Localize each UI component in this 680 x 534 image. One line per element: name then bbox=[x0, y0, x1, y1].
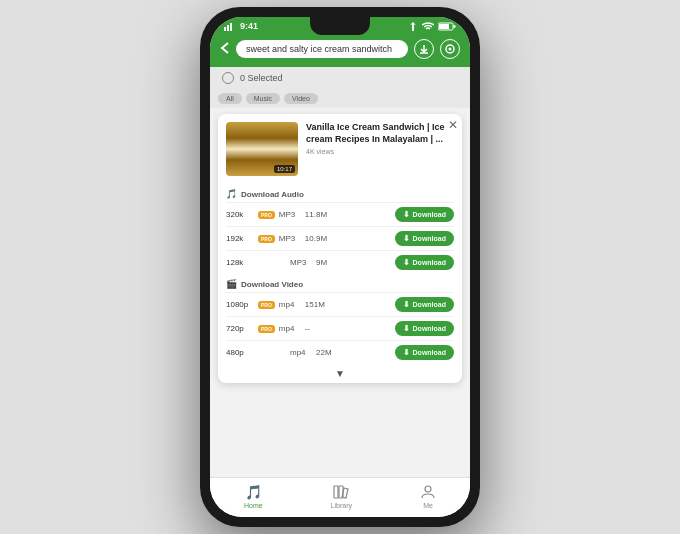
download-icon-btn[interactable] bbox=[414, 39, 434, 59]
format-mp4-2: mp4 bbox=[279, 324, 301, 333]
dl-arrow-icon-v3: ⬇ bbox=[403, 348, 410, 357]
content-area: All Music Video 10:17 Vanilla Ice Cream … bbox=[210, 89, 470, 477]
audio-section-label: Download Audio bbox=[241, 190, 304, 199]
download-btn-audio-1[interactable]: ⬇ Download bbox=[395, 207, 454, 222]
video-row-720p: 720p PRO mp4 -- ⬇ Download bbox=[226, 316, 454, 340]
video-header: 10:17 Vanilla Ice Cream Sandwich | Ice c… bbox=[218, 114, 462, 184]
video-views: 4K views bbox=[306, 148, 454, 155]
svg-rect-6 bbox=[439, 24, 449, 29]
quality-480p: 480p bbox=[226, 348, 254, 357]
back-button[interactable] bbox=[220, 41, 230, 58]
dl-arrow-icon-2: ⬇ bbox=[403, 234, 410, 243]
video-row-1080p: 1080p PRO mp4 151M ⬇ Download bbox=[226, 292, 454, 316]
search-input[interactable]: sweet and salty ice cream sandwitch bbox=[236, 40, 408, 58]
close-button[interactable]: ✕ bbox=[448, 118, 458, 132]
home-icon: 🎵 bbox=[245, 484, 262, 500]
tab-video[interactable]: Video bbox=[284, 93, 318, 104]
download-btn-video-3[interactable]: ⬇ Download bbox=[395, 345, 454, 360]
quality-128k: 128k bbox=[226, 258, 254, 267]
dl-arrow-icon-3: ⬇ bbox=[403, 258, 410, 267]
audio-row-320k: 320k PRO MP3 11.8M ⬇ Download bbox=[226, 202, 454, 226]
audio-section: 🎵 Download Audio 320k PRO MP3 11.8M ⬇ Do… bbox=[218, 184, 462, 274]
format-mp3-3: MP3 bbox=[290, 258, 312, 267]
pro-badge-audio-2: PRO bbox=[258, 235, 275, 243]
nav-library-label: Library bbox=[331, 502, 352, 509]
dl-arrow-icon-v1: ⬇ bbox=[403, 300, 410, 309]
download-modal: 10:17 Vanilla Ice Cream Sandwich | Ice c… bbox=[218, 114, 462, 383]
audio-row-128k: 128k MP3 9M ⬇ Download bbox=[226, 250, 454, 274]
time-display: 9:41 bbox=[240, 21, 258, 31]
svg-rect-1 bbox=[227, 25, 229, 31]
notch bbox=[310, 17, 370, 35]
size-2: 10.9M bbox=[305, 234, 391, 243]
dl-label-video-1: Download bbox=[413, 301, 446, 308]
dl-arrow-icon-1: ⬇ bbox=[403, 210, 410, 219]
nav-me[interactable]: Me bbox=[420, 484, 436, 509]
nav-home[interactable]: 🎵 Home bbox=[244, 484, 263, 509]
dl-arrow-icon-v2: ⬇ bbox=[403, 324, 410, 333]
size-1: 11.8M bbox=[305, 210, 391, 219]
phone-screen: 9:41 sweet and salty ice cream sandwitch bbox=[210, 17, 470, 517]
pro-badge-audio-1: PRO bbox=[258, 211, 275, 219]
format-mp3-1: MP3 bbox=[279, 210, 301, 219]
audio-section-header: 🎵 Download Audio bbox=[226, 184, 454, 202]
download-btn-audio-3[interactable]: ⬇ Download bbox=[395, 255, 454, 270]
me-icon bbox=[420, 484, 436, 500]
music-icon-btn[interactable] bbox=[440, 39, 460, 59]
audio-icon: 🎵 bbox=[226, 189, 237, 199]
bottom-navigation: 🎵 Home Library Me bbox=[210, 477, 470, 517]
video-title: Vanilla Ice Cream Sandwich | Ice cream R… bbox=[306, 122, 454, 145]
video-section-label: Download Video bbox=[241, 280, 303, 289]
video-duration: 10:17 bbox=[274, 165, 295, 173]
format-mp4-3: mp4 bbox=[290, 348, 312, 357]
search-bar: sweet and salty ice cream sandwitch bbox=[210, 33, 470, 67]
format-mp3-2: MP3 bbox=[279, 234, 301, 243]
quality-192k: 192k bbox=[226, 234, 254, 243]
search-action-icons bbox=[414, 39, 460, 59]
svg-rect-5 bbox=[453, 25, 455, 28]
video-thumbnail: 10:17 bbox=[226, 122, 298, 176]
pro-badge-video-2: PRO bbox=[258, 325, 275, 333]
dl-label-video-3: Download bbox=[413, 349, 446, 356]
nav-me-label: Me bbox=[423, 502, 433, 509]
pro-badge-video-1: PRO bbox=[258, 301, 275, 309]
video-section: 🎬 Download Video 1080p PRO mp4 151M ⬇ Do… bbox=[218, 274, 462, 364]
svg-point-9 bbox=[449, 48, 452, 51]
signal-icons: 9:41 bbox=[224, 21, 258, 31]
download-btn-video-1[interactable]: ⬇ Download bbox=[395, 297, 454, 312]
status-icons bbox=[408, 21, 456, 31]
svg-rect-3 bbox=[412, 24, 414, 31]
download-btn-video-2[interactable]: ⬇ Download bbox=[395, 321, 454, 336]
video-section-icon: 🎬 bbox=[226, 279, 237, 289]
quality-320k: 320k bbox=[226, 210, 254, 219]
library-icon bbox=[333, 484, 349, 500]
nav-home-label: Home bbox=[244, 502, 263, 509]
download-btn-audio-2[interactable]: ⬇ Download bbox=[395, 231, 454, 246]
svg-rect-0 bbox=[224, 27, 226, 31]
quality-720p: 720p bbox=[226, 324, 254, 333]
selected-count: 0 Selected bbox=[240, 73, 283, 83]
nav-library[interactable]: Library bbox=[331, 484, 352, 509]
select-circle bbox=[222, 72, 234, 84]
tabs-row: All Music Video bbox=[210, 89, 470, 108]
audio-row-192k: 192k PRO MP3 10.9M ⬇ Download bbox=[226, 226, 454, 250]
phone-frame: 9:41 sweet and salty ice cream sandwitch bbox=[200, 7, 480, 527]
tab-music[interactable]: Music bbox=[246, 93, 280, 104]
video-row-480p: 480p mp4 22M ⬇ Download bbox=[226, 340, 454, 364]
video-section-header: 🎬 Download Video bbox=[226, 274, 454, 292]
selected-bar: 0 Selected bbox=[210, 67, 470, 89]
svg-rect-2 bbox=[230, 23, 232, 31]
svg-point-12 bbox=[425, 486, 431, 492]
vsize-2: -- bbox=[305, 324, 391, 333]
tab-all[interactable]: All bbox=[218, 93, 242, 104]
format-mp4-1: mp4 bbox=[279, 300, 301, 309]
vsize-1: 151M bbox=[305, 300, 391, 309]
dl-label-audio-2: Download bbox=[413, 235, 446, 242]
size-3: 9M bbox=[316, 258, 391, 267]
video-info: Vanilla Ice Cream Sandwich | Ice cream R… bbox=[306, 122, 454, 155]
dl-label-audio-1: Download bbox=[413, 211, 446, 218]
dl-label-video-2: Download bbox=[413, 325, 446, 332]
vsize-3: 22M bbox=[316, 348, 391, 357]
more-arrow[interactable]: ▼ bbox=[218, 364, 462, 383]
svg-rect-10 bbox=[334, 486, 338, 498]
